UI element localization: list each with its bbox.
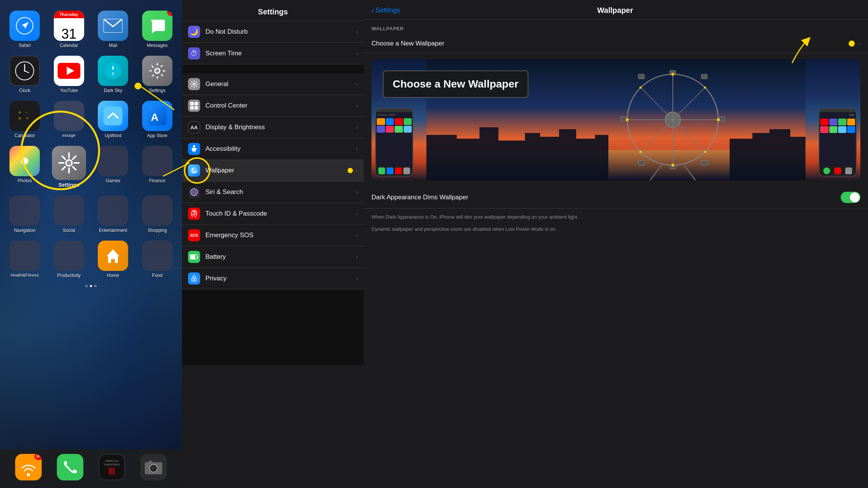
- accessibility-icon: [188, 143, 200, 155]
- app-navigation[interactable]: Navigation: [6, 196, 44, 233]
- settings-bottom-spacer: [182, 289, 364, 365]
- iphone-screen: Safari Thursday 31 Calendar Mail: [0, 0, 182, 488]
- settings-row-donotdisturb[interactable]: 🌙 Do Not Disturb ›: [182, 21, 364, 43]
- wifi-badge: 321: [34, 454, 42, 460]
- dock-wifi-icon: 321: [15, 454, 42, 480]
- settings-row-emergency[interactable]: SOS Emergency SOS ›: [182, 225, 364, 246]
- dock-theatre[interactable]: MARCUSTHEATRES |||: [99, 454, 125, 480]
- app-settings-main[interactable]: Settings: [50, 146, 88, 188]
- dock-camera[interactable]: [140, 454, 167, 480]
- settings-list: 🌙 Do Not Disturb › ⏱ Screen Time › Gener…: [182, 21, 364, 488]
- settings-row-battery[interactable]: Battery ›: [182, 246, 364, 268]
- app-appstore[interactable]: A App Store: [138, 101, 177, 138]
- games-icon: [98, 146, 128, 176]
- app-social[interactable]: Social: [50, 196, 88, 233]
- app-mail[interactable]: Mail: [94, 11, 132, 48]
- appstore-label: App Store: [147, 133, 167, 138]
- svg-rect-88: [457, 139, 479, 180]
- dock-phone[interactable]: [57, 454, 83, 480]
- productivity-label: Productivity: [57, 273, 81, 278]
- upword-label: UpWord: [105, 133, 121, 138]
- settings-main-icon: [52, 146, 86, 180]
- svg-point-102: [671, 164, 674, 167]
- messages-icon: 1: [142, 11, 172, 41]
- general-chevron: ›: [356, 81, 358, 87]
- app-productivity[interactable]: Productivity: [50, 241, 88, 278]
- wallpaper-back-button[interactable]: ‹ Settings: [371, 6, 400, 15]
- app-shopping[interactable]: Shopping: [138, 196, 177, 233]
- settings-row-controlcenter[interactable]: Control Center ›: [182, 95, 364, 117]
- app-darksky[interactable]: Dark Sky: [94, 56, 132, 93]
- settings-row-accessibility[interactable]: Accessibility ›: [182, 138, 364, 160]
- app-settings-row2[interactable]: Settings: [138, 56, 177, 93]
- wallpaper-choose-row[interactable]: Choose a New Wallpaper ›: [364, 34, 868, 53]
- privacy-chevron: ›: [356, 275, 358, 282]
- settings-header: Settings: [182, 0, 364, 21]
- svg-point-104: [704, 86, 706, 89]
- productivity-icon: [54, 241, 84, 271]
- settings-row-touchid[interactable]: Touch ID & Passcode ›: [182, 203, 364, 225]
- touchid-icon: [188, 208, 200, 220]
- privacy-label: Privacy: [205, 275, 356, 282]
- settings-row-screentime[interactable]: ⏱ Screen Time ›: [182, 43, 364, 64]
- app-youtube[interactable]: YouTube: [50, 56, 88, 93]
- display-label: Display & Brightness: [205, 124, 356, 131]
- app-clock[interactable]: Clock: [6, 56, 44, 93]
- dock-phone-icon: [57, 454, 83, 480]
- svg-point-101: [717, 118, 720, 121]
- display-chevron: ›: [356, 124, 358, 130]
- dock-wifi[interactable]: 321: [15, 454, 42, 480]
- wallpaper-desc1-text: When Dark Appearance is On, iPhone will …: [371, 213, 860, 221]
- messages-label: Messages: [147, 43, 168, 48]
- svg-rect-52: [194, 102, 198, 105]
- svg-rect-89: [479, 127, 498, 180]
- youtube-icon: [54, 56, 84, 86]
- svg-line-48: [196, 86, 197, 87]
- app-messages[interactable]: 1 Messages: [138, 11, 177, 48]
- settings-row-privacy[interactable]: Privacy ›: [182, 268, 364, 289]
- svg-text:A: A: [151, 111, 158, 123]
- svg-marker-1: [22, 20, 31, 29]
- app-upword[interactable]: UpWord: [94, 101, 132, 138]
- svg-rect-84: [638, 161, 644, 165]
- siri-chevron: ›: [356, 189, 358, 195]
- svg-point-106: [639, 86, 642, 89]
- app-grid-row3: +-×÷ Calculator essage: [4, 97, 178, 142]
- darksky-icon: [98, 56, 128, 86]
- svg-rect-94: [576, 139, 595, 180]
- choose-yellow-dot: [849, 41, 855, 47]
- svg-marker-34: [107, 249, 119, 263]
- svg-rect-82: [701, 161, 707, 165]
- settings-row-siri[interactable]: Siri & Search ›: [182, 181, 364, 203]
- app-food[interactable]: Food: [138, 241, 177, 278]
- app-calendar[interactable]: Thursday 31 Calendar: [50, 11, 88, 48]
- dark-appearance-toggle[interactable]: [841, 192, 860, 203]
- touchid-chevron: ›: [356, 211, 358, 217]
- svg-text:-: -: [26, 109, 28, 115]
- settings-row-wallpaper[interactable]: Wallpaper ›: [182, 160, 364, 181]
- app-photos[interactable]: Photos: [6, 146, 44, 188]
- entertainment-icon: [98, 196, 128, 226]
- app-games[interactable]: Games: [94, 146, 132, 188]
- settings-row-display[interactable]: AA Display & Brightness ›: [182, 117, 364, 138]
- app-home[interactable]: Home: [94, 241, 132, 278]
- photos-icon: [9, 146, 40, 176]
- app-safari[interactable]: Safari: [6, 11, 44, 48]
- wallpaper-row-label: Wallpaper: [205, 167, 348, 174]
- svg-rect-80: [620, 117, 627, 121]
- social-label: Social: [63, 228, 75, 233]
- app-health[interactable]: Health&Fitness: [6, 241, 44, 278]
- app-finance[interactable]: Finance: [138, 146, 177, 188]
- svg-point-58: [192, 168, 194, 170]
- calendar-icon: Thursday 31: [54, 11, 84, 41]
- mail-icon: [98, 11, 128, 41]
- app-calculator[interactable]: +-×÷ Calculator: [6, 101, 44, 138]
- settings-row-general[interactable]: General ›: [182, 74, 364, 95]
- app-folder1[interactable]: essage: [50, 101, 88, 138]
- dark-appearance-row: Dark Appearance Dims Wallpaper: [364, 186, 868, 209]
- back-chevron-icon: ‹: [371, 6, 374, 15]
- svg-rect-51: [190, 102, 194, 105]
- navigation-icon: [9, 196, 40, 226]
- app-entertainment[interactable]: Entertainment: [94, 196, 132, 233]
- screentime-icon: ⏱: [188, 47, 200, 59]
